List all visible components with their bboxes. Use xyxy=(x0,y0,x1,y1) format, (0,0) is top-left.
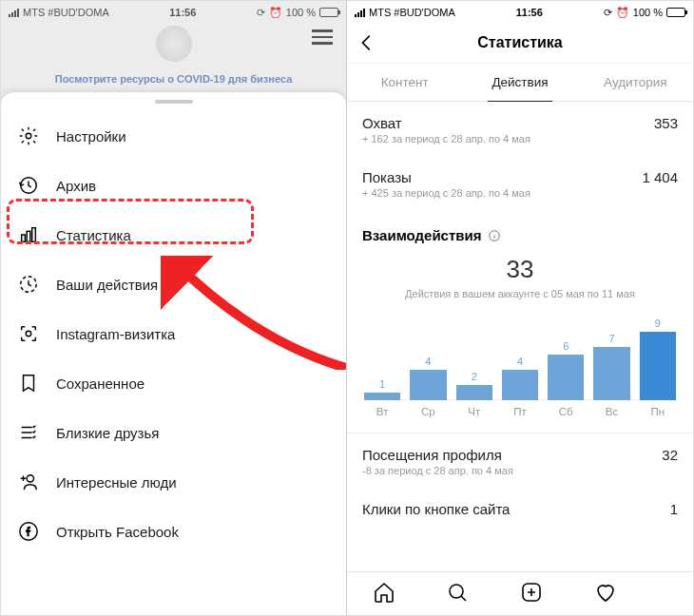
svg-rect-4 xyxy=(32,228,36,242)
menu-item-activity[interactable]: Ваши действия xyxy=(1,260,346,309)
heart-icon xyxy=(594,581,617,604)
menu-label: Архив xyxy=(56,178,96,194)
reach-value: 353 xyxy=(654,115,678,131)
covid-banner[interactable]: Посмотрите ресурсы о COVID-19 для бизнес… xyxy=(1,73,346,85)
site-clicks-row[interactable]: Клики по кнопке сайта 1 xyxy=(362,488,678,523)
nametag-icon xyxy=(18,323,39,344)
impressions-value: 1 404 xyxy=(642,169,678,185)
rotation-lock-icon: ⟳ xyxy=(257,7,265,19)
menu-item-saved[interactable]: Сохраненное xyxy=(1,358,346,408)
bar-rect xyxy=(593,347,629,400)
battery-pct: 100 % xyxy=(286,7,316,18)
archive-icon xyxy=(18,175,39,196)
bar-Чт: 2 xyxy=(456,371,492,400)
page-title: Статистика xyxy=(477,34,562,51)
svg-rect-2 xyxy=(22,235,26,241)
menu-item-stats[interactable]: Статистика xyxy=(1,210,346,260)
bar-label: Вс xyxy=(606,406,618,417)
menu-item-archive[interactable]: Архив xyxy=(1,161,346,210)
site-clicks-label: Клики по кнопке сайта xyxy=(362,501,510,517)
interactions-count: 33 xyxy=(362,255,678,284)
close-friends-icon xyxy=(18,422,39,443)
interactions-title-text: Взаимодействия xyxy=(362,227,482,243)
hamburger-icon[interactable] xyxy=(312,29,333,45)
impressions-sub: + 425 за период с 28 апр. по 4 мая xyxy=(362,187,678,210)
info-icon[interactable] xyxy=(488,229,501,242)
svg-point-0 xyxy=(26,133,31,139)
facebook-icon xyxy=(18,521,39,542)
menu-label: Сохраненное xyxy=(56,375,145,392)
bar-rect xyxy=(640,332,676,400)
tab-content[interactable]: Контент xyxy=(347,64,462,101)
avatar xyxy=(156,26,192,62)
menu-sheet: Настройки Архив Статистика Ваши действия… xyxy=(1,92,346,615)
bar-value: 4 xyxy=(425,356,431,368)
gear-icon xyxy=(18,125,39,146)
bar-rect xyxy=(364,393,400,400)
menu-item-settings[interactable]: Настройки xyxy=(1,111,346,161)
plus-square-icon xyxy=(520,581,543,604)
impressions-row[interactable]: Показы 1 404 xyxy=(362,156,678,187)
svg-point-7 xyxy=(27,475,33,482)
menu-label: Открыть Facebook xyxy=(56,524,179,540)
alarm-icon: ⏰ xyxy=(269,7,282,19)
menu-label: Instagram-визитка xyxy=(56,326,175,342)
bar-label: Вт xyxy=(376,406,389,417)
signal-icon xyxy=(9,9,19,17)
bar-rect xyxy=(548,355,584,400)
bar-value: 4 xyxy=(517,356,523,368)
bar-rect xyxy=(410,370,446,400)
reach-row[interactable]: Охват 353 xyxy=(362,102,678,133)
svg-point-6 xyxy=(26,331,31,337)
site-clicks-value: 1 xyxy=(670,501,678,517)
tab-actions[interactable]: Действия xyxy=(462,64,577,101)
interactions-title: Взаимодействия xyxy=(362,210,678,247)
menu-item-nametag[interactable]: Instagram-визитка xyxy=(1,309,346,358)
clock: 11:56 xyxy=(169,7,196,18)
menu-item-discover-people[interactable]: Интересные люди xyxy=(1,457,346,507)
bar-value: 9 xyxy=(655,318,661,330)
bar-value: 7 xyxy=(608,333,614,345)
reach-sub: + 162 за период с 28 апр. по 4 мая xyxy=(362,133,678,156)
profile-visits-row[interactable]: Посещения профиля 32 xyxy=(362,433,678,465)
interactions-sub: Действия в вашем аккаунте с 05 мая по 11… xyxy=(362,288,678,299)
nav-search[interactable] xyxy=(446,581,469,607)
bar-label: Ср xyxy=(421,406,435,417)
signal-icon xyxy=(355,9,365,17)
menu-item-open-facebook[interactable]: Открыть Facebook xyxy=(1,507,346,556)
bar-value: 2 xyxy=(472,371,477,383)
add-person-icon xyxy=(18,472,39,492)
battery-icon xyxy=(319,8,338,17)
bar-rect xyxy=(456,385,492,400)
bar-label: Пн xyxy=(651,406,665,417)
bar-label: Пт xyxy=(513,406,527,417)
profile-visits-value: 32 xyxy=(662,447,678,463)
bottom-nav xyxy=(347,571,693,615)
rotation-lock-icon: ⟳ xyxy=(604,7,612,19)
nav-new-post[interactable] xyxy=(520,581,543,607)
sheet-handle[interactable] xyxy=(155,100,193,104)
bar-Сб: 6 xyxy=(548,340,584,400)
profile-visits-label: Посещения профиля xyxy=(362,447,502,463)
insights-header: Статистика xyxy=(347,22,693,64)
svg-point-10 xyxy=(450,585,463,598)
nav-home[interactable] xyxy=(373,581,395,607)
menu-label: Интересные люди xyxy=(56,474,177,491)
bar-rect xyxy=(502,370,538,400)
profile-visits-sub: -8 за период с 28 апр. по 4 мая xyxy=(362,465,678,488)
bar-Ср: 4 xyxy=(410,356,446,400)
bar-value: 6 xyxy=(563,340,569,353)
clock: 11:56 xyxy=(516,7,543,18)
bar-label: Чт xyxy=(468,406,480,417)
nav-activity[interactable] xyxy=(594,581,617,607)
tab-audience[interactable]: Аудитория xyxy=(578,64,693,101)
menu-item-close-friends[interactable]: Близкие друзья xyxy=(1,408,346,457)
status-bar: MTS #BUD'DOMA 11:56 ⟳ ⏰ 100 % xyxy=(1,1,346,22)
back-button[interactable] xyxy=(357,32,377,57)
battery-pct: 100 % xyxy=(633,7,663,18)
home-icon xyxy=(373,581,395,604)
chevron-left-icon xyxy=(357,32,377,53)
bar-Пт: 4 xyxy=(502,356,538,400)
bar-value: 1 xyxy=(379,378,385,391)
carrier-text: MTS #BUD'DOMA xyxy=(23,7,109,18)
